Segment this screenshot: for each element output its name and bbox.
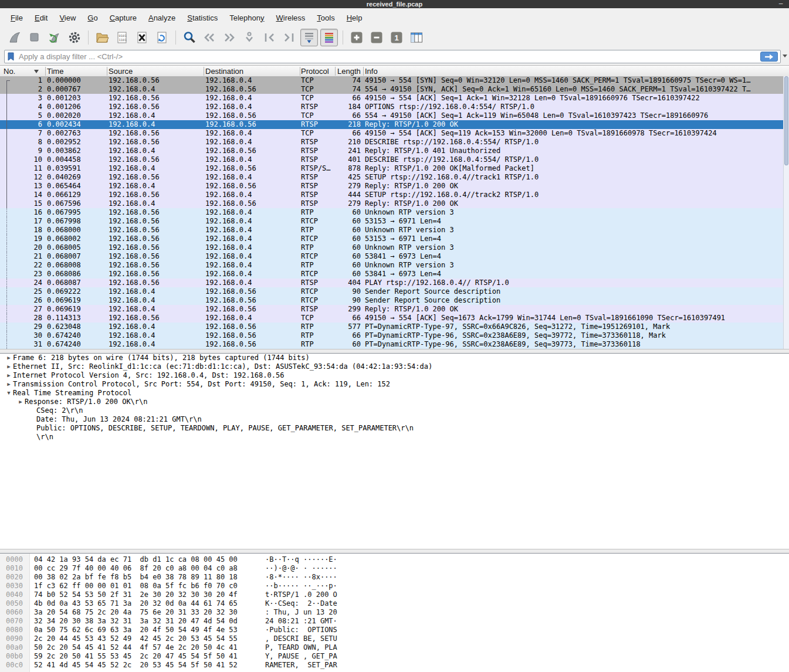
file-open-button[interactable]	[93, 29, 111, 46]
detail-line-9[interactable]: \r\n	[0, 433, 789, 442]
hex-row-0050[interactable]: 00504b 0d 0a 43 53 65 71 3a 20 32 0d 0a …	[0, 599, 789, 608]
go-back-button[interactable]	[201, 29, 218, 46]
packet-row-28[interactable]: 280.114313192.168.0.56192.168.0.4TCP6649…	[0, 314, 789, 323]
packet-row-22[interactable]: 220.068008192.168.0.56192.168.0.4RTP60Un…	[0, 261, 789, 270]
detail-line-3[interactable]: ▶Transmission Control Protocol, Src Port…	[0, 380, 789, 389]
expander-collapsed-icon[interactable]: ▶	[5, 371, 13, 380]
go-last-button[interactable]	[280, 29, 298, 46]
hex-row-0040[interactable]: 004074 b0 52 54 53 50 2f 31 2e 30 20 32 …	[0, 590, 789, 599]
hex-row-00a0[interactable]: 00a050 2c 20 54 45 41 52 44 4f 57 4e 2c …	[0, 643, 789, 652]
packet-row-17[interactable]: 170.067998192.168.0.56192.168.0.4RTCP605…	[0, 217, 789, 226]
packet-row-8[interactable]: 80.002952192.168.0.56192.168.0.4RTSP210D…	[0, 138, 789, 147]
detail-line-4[interactable]: ▼Real Time Streaming Protocol	[0, 389, 789, 398]
packet-row-9[interactable]: 90.003862192.168.0.4192.168.0.56RTSP241R…	[0, 147, 789, 155]
packet-row-23[interactable]: 230.068086192.168.0.56192.168.0.4RTCP605…	[0, 270, 789, 279]
packet-row-13[interactable]: 130.065464192.168.0.4192.168.0.56RTSP279…	[0, 182, 789, 191]
column-divider[interactable]	[204, 67, 204, 76]
zoom-in-button[interactable]	[348, 29, 365, 46]
hex-row-0030[interactable]: 00301f c3 62 ff 00 00 01 01 08 0a 5f fc …	[0, 582, 789, 590]
packet-row-1[interactable]: 10.000000192.168.0.56192.168.0.4TCP74491…	[0, 76, 789, 85]
menu-wireless[interactable]: Wireless	[270, 11, 311, 25]
file-save-button[interactable]: 01011101	[113, 29, 131, 46]
menu-telephony[interactable]: Telephony	[224, 11, 270, 25]
packet-row-26[interactable]: 260.069619192.168.0.4192.168.0.56RTCP90S…	[0, 296, 789, 305]
filter-bookmark-icon[interactable]	[6, 52, 15, 62]
column-divider[interactable]	[363, 67, 364, 76]
detail-line-8[interactable]: Public: OPTIONS, DESCRIBE, SETUP, TEARDO…	[0, 424, 789, 433]
zoom-out-button[interactable]	[368, 29, 385, 46]
hex-row-0060[interactable]: 00603a 20 54 68 75 2c 20 4a 75 6e 20 31 …	[0, 608, 789, 617]
zoom-original-button[interactable]: 1	[388, 29, 405, 46]
packet-row-3[interactable]: 30.001203192.168.0.56192.168.0.4TCP66491…	[0, 94, 789, 103]
detail-line-7[interactable]: Date: Thu, Jun 13 2024 08:21:21 GMT\r\n	[0, 415, 789, 424]
hex-row-0020[interactable]: 002000 38 02 2a bf fe f8 b5 b4 e0 38 78 …	[0, 573, 789, 582]
auto-scroll-button[interactable]	[300, 29, 318, 46]
column-divider[interactable]	[300, 67, 300, 76]
hex-row-0070[interactable]: 007032 34 20 30 38 3a 32 31 3a 32 31 20 …	[0, 617, 789, 626]
go-first-button[interactable]	[260, 29, 278, 46]
hex-row-0010[interactable]: 001000 cc 29 7f 40 00 40 06 8f 20 c0 a8 …	[0, 564, 789, 573]
hex-row-0090[interactable]: 00902c 20 44 45 53 43 52 49 42 45 2c 20 …	[0, 634, 789, 643]
column-divider[interactable]	[107, 67, 107, 76]
menu-file[interactable]: File	[5, 11, 29, 25]
menu-analyze[interactable]: Analyze	[143, 11, 181, 25]
packet-row-27[interactable]: 270.069619192.168.0.4192.168.0.56RTSP299…	[0, 305, 789, 314]
packet-row-25[interactable]: 250.069222192.168.0.4192.168.0.56RTCP90S…	[0, 287, 789, 296]
detail-line-5[interactable]: ▶Response: RTSP/1.0 200 OK\r\n	[0, 398, 789, 406]
menu-help[interactable]: Help	[341, 11, 368, 25]
packet-row-12[interactable]: 120.040269192.168.0.56192.168.0.4RTSP425…	[0, 173, 789, 182]
expander-collapsed-icon[interactable]: ▶	[5, 362, 13, 371]
detail-line-1[interactable]: ▶Ethernet II, Src: ReolinkI_d1:1c:ca (ec…	[0, 362, 789, 371]
packet-row-31[interactable]: 310.674240192.168.0.4192.168.0.56RTP60PT…	[0, 340, 789, 349]
file-close-button[interactable]	[133, 29, 151, 46]
packet-row-2[interactable]: 20.000767192.168.0.4192.168.0.56TCP74554…	[0, 85, 789, 94]
packet-row-21[interactable]: 210.068007192.168.0.56192.168.0.4RTCP605…	[0, 252, 789, 261]
filter-apply-button[interactable]	[760, 52, 778, 62]
packet-list-scrollbar[interactable]	[783, 76, 789, 349]
menu-capture[interactable]: Capture	[104, 11, 143, 25]
hex-row-00c0[interactable]: 00c052 41 4d 45 54 45 52 2c 20 53 45 54 …	[0, 661, 789, 670]
column-header-source[interactable]: Source	[109, 66, 133, 77]
menu-view[interactable]: View	[53, 11, 82, 25]
capture-stop-button[interactable]	[26, 29, 43, 46]
packet-row-15[interactable]: 150.067596192.168.0.4192.168.0.56RTSP279…	[0, 199, 789, 208]
capture-restart-button[interactable]	[46, 29, 63, 46]
menu-statistics[interactable]: Statistics	[181, 11, 224, 25]
packet-row-5[interactable]: 50.002020192.168.0.4192.168.0.56TCP66554…	[0, 111, 789, 120]
hex-row-00b0[interactable]: 00b059 2c 20 50 41 55 53 45 2c 20 47 45 …	[0, 652, 789, 661]
packet-row-14[interactable]: 140.066129192.168.0.56192.168.0.4RTSP444…	[0, 191, 789, 199]
packet-row-4[interactable]: 40.001206192.168.0.56192.168.0.4RTSP184O…	[0, 103, 789, 111]
expander-collapsed-icon[interactable]: ▶	[16, 398, 25, 406]
packet-row-20[interactable]: 200.068005192.168.0.56192.168.0.4RTP60Un…	[0, 243, 789, 252]
detail-line-0[interactable]: ▶Frame 6: 218 bytes on wire (1744 bits),…	[0, 354, 789, 362]
menu-tools[interactable]: Tools	[311, 11, 340, 25]
column-header-protocol[interactable]: Protocol	[301, 66, 329, 77]
column-header-destination[interactable]: Destination	[205, 66, 243, 77]
expander-expanded-icon[interactable]: ▼	[5, 389, 13, 398]
menu-go[interactable]: Go	[82, 11, 103, 25]
filter-history-caret[interactable]	[783, 55, 787, 57]
minimize-button[interactable]: –	[777, 1, 784, 8]
resize-columns-button[interactable]	[408, 29, 425, 46]
packet-row-30[interactable]: 300.674240192.168.0.4192.168.0.56RTP66PT…	[0, 331, 789, 340]
column-divider[interactable]	[45, 67, 46, 76]
colorize-button[interactable]	[320, 29, 338, 46]
hex-row-0080[interactable]: 00800a 50 75 62 6c 69 63 3a 20 4f 50 54 …	[0, 626, 789, 634]
packet-row-19[interactable]: 190.068002192.168.0.56192.168.0.4RTCP605…	[0, 235, 789, 243]
column-header-info[interactable]: Info	[365, 66, 378, 77]
packet-row-6[interactable]: 60.002434192.168.0.4192.168.0.56RTSP218R…	[0, 120, 789, 129]
hex-row-0000[interactable]: 000004 42 1a 93 54 da ec 71 db d1 1c ca …	[0, 555, 789, 564]
packet-row-24[interactable]: 240.068087192.168.0.56192.168.0.4RTSP404…	[0, 279, 789, 287]
packet-row-10[interactable]: 100.004458192.168.0.56192.168.0.4RTSP401…	[0, 155, 789, 164]
go-forward-button[interactable]	[221, 29, 238, 46]
capture-start-button[interactable]	[6, 29, 23, 46]
detail-line-6[interactable]: CSeq: 2\r\n	[0, 406, 789, 415]
packet-row-7[interactable]: 70.002763192.168.0.56192.168.0.4TCP66491…	[0, 129, 789, 138]
packet-row-29[interactable]: 290.623048192.168.0.4192.168.0.56RTP577P…	[0, 323, 789, 331]
scrollbar-thumb[interactable]	[784, 76, 788, 165]
column-header-length[interactable]: Length	[337, 66, 361, 77]
display-filter-input[interactable]: Apply a display filter ... <Ctrl-/>	[4, 50, 781, 63]
go-to-packet-button[interactable]	[241, 29, 258, 46]
detail-line-2[interactable]: ▶Internet Protocol Version 4, Src: 192.1…	[0, 371, 789, 380]
file-reload-button[interactable]	[153, 29, 171, 46]
